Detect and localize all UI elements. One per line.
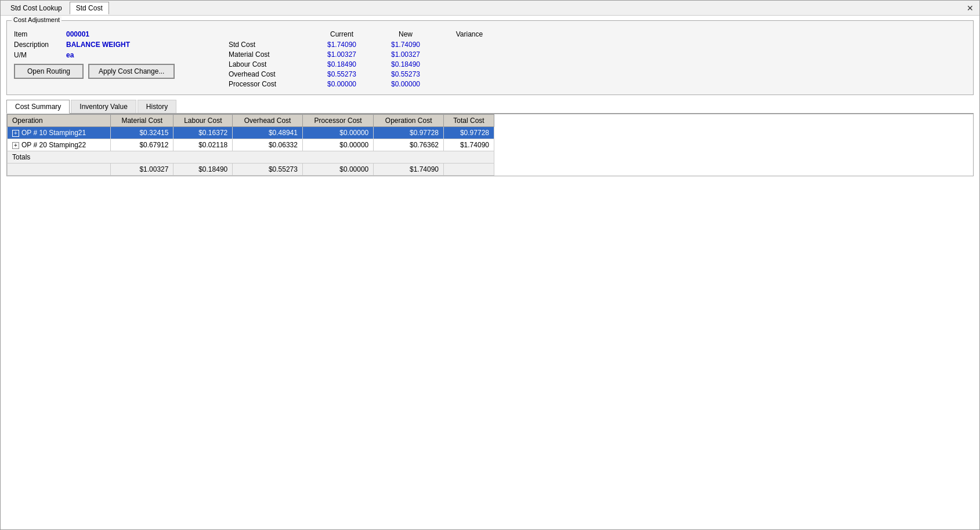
cell-value: $0.97728 <box>374 127 444 139</box>
um-value: ea <box>66 51 74 59</box>
cell-value: $1.74090 <box>444 139 494 151</box>
new-header: New <box>374 30 437 38</box>
description-value: BALANCE WEIGHT <box>66 41 130 49</box>
cost-adjustment-group: Cost Adjustment Item 000001 Description … <box>6 20 974 95</box>
totals-label: Totals <box>8 151 494 164</box>
std-cost-label: Std Cost <box>229 41 310 49</box>
totals-label-row: Totals <box>8 151 494 164</box>
tab-cost-summary[interactable]: Cost Summary <box>6 100 70 114</box>
col-processor-cost: Processor Cost <box>302 115 373 127</box>
material-cost-current: $1.00327 <box>310 50 374 59</box>
sub-tabs: Cost Summary Inventory Value History <box>6 100 974 114</box>
um-label: U/M <box>14 51 66 59</box>
processor-cost-current: $0.00000 <box>310 80 374 88</box>
data-table-wrapper: Operation Material Cost Labour Cost Over… <box>6 114 974 176</box>
cell-operation: +OP # 10 Stamping21 <box>8 127 111 139</box>
tab-inventory-value[interactable]: Inventory Value <box>71 100 136 113</box>
tab-history[interactable]: History <box>138 100 176 113</box>
col-material-cost: Material Cost <box>111 115 173 127</box>
cell-value: $0.16372 <box>173 127 233 139</box>
totals-cell: $1.00327 <box>111 164 173 176</box>
item-value: 000001 <box>66 30 89 38</box>
title-bar: Std Cost Lookup Std Cost ✕ <box>1 1 979 16</box>
content-area: Cost Adjustment Item 000001 Description … <box>1 16 979 181</box>
labour-cost-label: Labour Cost <box>229 60 310 68</box>
cell-value: $0.02118 <box>173 139 233 151</box>
totals-cell: $1.74090 <box>374 164 444 176</box>
overhead-cost-new: $0.55273 <box>374 70 437 78</box>
tab-std-cost-lookup[interactable]: Std Cost Lookup <box>4 2 68 14</box>
totals-cell: $0.55273 <box>233 164 303 176</box>
expand-button[interactable]: + <box>12 142 19 149</box>
col-labour-cost: Labour Cost <box>173 115 233 127</box>
totals-values-row: $1.00327$0.18490$0.55273$0.00000$1.74090 <box>8 164 494 176</box>
cell-value: $0.00000 <box>302 127 373 139</box>
table-row[interactable]: +OP # 10 Stamping21$0.32415$0.16372$0.48… <box>8 127 494 139</box>
main-window: Std Cost Lookup Std Cost ✕ Cost Adjustme… <box>0 0 980 530</box>
col-operation-cost: Operation Cost <box>374 115 444 127</box>
item-label: Item <box>14 30 66 38</box>
tab-std-cost[interactable]: Std Cost <box>70 2 109 14</box>
table-row[interactable]: +OP # 20 Stamping22$0.67912$0.02118$0.06… <box>8 139 494 151</box>
cost-info-panel: Current New Variance Std Cost $1.74090 $… <box>229 30 501 90</box>
cell-value: $0.00000 <box>302 139 373 151</box>
totals-cell <box>444 164 494 176</box>
expand-button[interactable]: + <box>12 130 19 137</box>
apply-cost-button[interactable]: Apply Cost Change... <box>88 64 175 79</box>
cost-summary-table: Operation Material Cost Labour Cost Over… <box>7 114 494 176</box>
col-operation: Operation <box>8 115 111 127</box>
cell-operation: +OP # 20 Stamping22 <box>8 139 111 151</box>
current-header: Current <box>310 30 374 38</box>
std-cost-new: $1.74090 <box>374 41 437 49</box>
processor-cost-new: $0.00000 <box>374 80 437 88</box>
col-overhead-cost: Overhead Cost <box>233 115 303 127</box>
col-total-cost: Total Cost <box>444 115 494 127</box>
cell-value: $0.76362 <box>374 139 444 151</box>
material-cost-label: Material Cost <box>229 50 310 59</box>
close-button[interactable]: ✕ <box>964 3 976 13</box>
labour-cost-current: $0.18490 <box>310 60 374 68</box>
overhead-cost-label: Overhead Cost <box>229 70 310 78</box>
material-cost-new: $1.00327 <box>374 50 437 59</box>
cell-value: $0.48941 <box>233 127 303 139</box>
cell-value: $0.32415 <box>111 127 173 139</box>
labour-cost-new: $0.18490 <box>374 60 437 68</box>
variance-header: Variance <box>437 30 501 38</box>
overhead-cost-current: $0.55273 <box>310 70 374 78</box>
totals-cell: $0.18490 <box>173 164 233 176</box>
processor-cost-label: Processor Cost <box>229 80 310 88</box>
open-routing-button[interactable]: Open Routing <box>14 64 84 79</box>
left-info-panel: Item 000001 Description BALANCE WEIGHT U… <box>14 30 229 90</box>
totals-empty-cell <box>8 164 111 176</box>
std-cost-current: $1.74090 <box>310 41 374 49</box>
cell-value: $0.97728 <box>444 127 494 139</box>
totals-cell: $0.00000 <box>302 164 373 176</box>
cell-value: $0.06332 <box>233 139 303 151</box>
group-box-title: Cost Adjustment <box>12 16 62 23</box>
cell-value: $0.67912 <box>111 139 173 151</box>
description-label: Description <box>14 41 66 49</box>
